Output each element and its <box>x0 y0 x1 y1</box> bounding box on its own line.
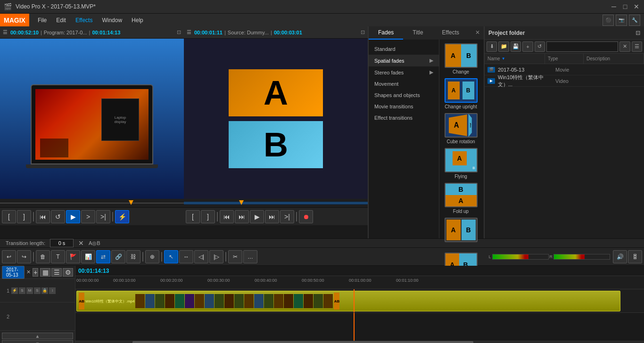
track-options-btn[interactable]: ☰ <box>51 268 62 277</box>
marker-btn[interactable]: 🚩 <box>66 250 80 263</box>
left-out-point-btn[interactable]: ] <box>17 210 31 223</box>
scroll-up-btn[interactable]: ▲ <box>2 333 73 339</box>
proj-item-1[interactable]: ▶ Win10特性（繁体中文）... Video <box>485 75 644 87</box>
proj-save-btn[interactable]: 💾 <box>511 41 521 52</box>
redo-btn[interactable]: ↪ <box>17 250 31 263</box>
more-tools-btn[interactable]: … <box>243 250 257 263</box>
left-next-frame-btn[interactable]: > <box>81 210 95 223</box>
text-btn[interactable]: T <box>51 250 65 263</box>
track-1-lightning[interactable]: ⚡ <box>11 287 18 294</box>
project-panel-expand[interactable]: ⊡ <box>636 30 640 36</box>
settings-btn[interactable]: ⚙ <box>63 268 73 277</box>
track-1-solo[interactable]: S <box>34 287 41 294</box>
sidebar-item-standard[interactable]: Standard <box>369 43 439 55</box>
time-ruler[interactable]: 00:00:00:00 00:00:10:00 00:00:20:00 00:0… <box>75 276 644 289</box>
effect-cube-rotation[interactable]: A B Cube rotation <box>443 113 479 144</box>
sidebar-item-stereo-fades[interactable]: Stereo fades ▶ <box>369 66 439 78</box>
right-next-marker-btn[interactable]: ⏭ <box>265 210 279 223</box>
track-1-lock[interactable]: 🔒 <box>41 287 48 294</box>
proj-col-type[interactable]: Type <box>545 54 584 64</box>
left-menu-icon[interactable]: ☰ <box>3 29 8 35</box>
right-timeline-bar[interactable] <box>184 199 368 207</box>
trim-btn[interactable]: ⇄ <box>96 250 110 263</box>
left-goto-start-btn[interactable]: ⏮ <box>36 210 50 223</box>
minimize-button[interactable]: ─ <box>610 3 618 10</box>
menu-effects[interactable]: Effects <box>71 15 97 25</box>
left-play-btn[interactable]: ▶ <box>66 210 80 223</box>
unlink-btn[interactable]: ⛓ <box>126 250 140 263</box>
proj-folder-btn[interactable]: 📁 <box>498 41 509 52</box>
track-1-mute[interactable]: M <box>26 287 33 294</box>
insert-btn[interactable]: ⊕ <box>145 250 159 263</box>
tab-fades[interactable]: Fades <box>369 26 403 40</box>
menu-edit[interactable]: Edit <box>51 15 71 25</box>
select-btn[interactable]: ↖ <box>164 250 178 263</box>
right-goto-start-btn[interactable]: ⏮ <box>220 210 234 223</box>
timeline-project-tab[interactable]: 2017-05-13 <box>2 266 25 279</box>
left-record-btn[interactable]: ⚡ <box>115 210 129 223</box>
effect-change-upright[interactable]: A B Change upright <box>443 78 479 109</box>
volume-btn[interactable]: 🔊 <box>613 250 627 263</box>
right-menu-icon[interactable]: ☰ <box>187 29 191 35</box>
settings-icon[interactable]: 🔧 <box>629 15 640 26</box>
delete-btn[interactable]: 🗑 <box>36 250 50 263</box>
undo-btn[interactable]: ↩ <box>2 250 16 263</box>
project-search-input[interactable] <box>546 41 618 52</box>
effects-close-icon[interactable]: ✕ <box>471 26 484 40</box>
proj-import-btn[interactable]: ⬇ <box>487 41 497 52</box>
trim-left-btn[interactable]: ◁| <box>194 250 208 263</box>
maximize-button[interactable]: □ <box>621 3 629 10</box>
track-1-scroll[interactable]: ↕ <box>49 287 56 294</box>
scrollbar-thumb[interactable] <box>132 341 474 343</box>
effect-fold-up[interactable]: B A Fold up <box>443 183 479 214</box>
menu-file[interactable]: File <box>33 15 51 25</box>
right-expand-icon[interactable]: ⊡ <box>361 29 365 35</box>
view-options-btn[interactable]: ▦ <box>40 268 50 277</box>
right-play-btn[interactable]: ▶ <box>250 210 264 223</box>
left-goto-end-btn[interactable]: >| <box>96 210 110 223</box>
split-btn[interactable]: ✂ <box>228 250 242 263</box>
transition-clear-btn[interactable]: ✕ <box>78 239 84 247</box>
proj-list-view-btn[interactable]: ☰ <box>632 41 642 52</box>
move-obj-btn[interactable]: ↔ <box>179 250 193 263</box>
left-timeline-bar[interactable] <box>0 199 184 207</box>
audio-settings-btn[interactable]: 🎛 <box>628 250 642 263</box>
proj-add-btn[interactable]: + <box>522 41 533 52</box>
proj-col-desc[interactable]: Description <box>584 54 644 64</box>
sidebar-item-shapes[interactable]: Shapes and objects <box>369 90 439 101</box>
close-project-tab[interactable]: ✕ <box>26 269 31 275</box>
tab-effects[interactable]: Effects <box>433 26 469 40</box>
sidebar-item-effect-trans[interactable]: Effect transitions <box>369 112 439 123</box>
effect-flying[interactable]: A B Flying <box>443 148 479 179</box>
timeline-scrollbar[interactable] <box>75 341 644 343</box>
left-expand-icon[interactable]: ⊡ <box>177 29 181 35</box>
sidebar-item-movie[interactable]: Movie transitions <box>369 101 439 112</box>
right-in-point-btn[interactable]: [ <box>186 210 200 223</box>
right-goto-end-btn[interactable]: >| <box>280 210 294 223</box>
stem-btn[interactable]: 📊 <box>81 250 95 263</box>
video-clip[interactable]: AB Win10特性（繁体中文）.mp4 <box>76 291 620 311</box>
proj-refresh-btn[interactable]: ↺ <box>535 41 545 52</box>
sidebar-item-movement[interactable]: Movement <box>369 78 439 90</box>
effect-change[interactable]: A B Change <box>443 43 479 74</box>
webcam-icon[interactable]: 📷 <box>616 15 627 26</box>
trim-right-btn[interactable]: |▷ <box>209 250 223 263</box>
proj-col-name[interactable]: Name ▼ <box>485 54 545 64</box>
left-in-point-btn[interactable]: [ <box>2 210 16 223</box>
right-record-btn[interactable]: ⏺ <box>299 210 313 223</box>
scroll-down-btn[interactable]: ▼ <box>2 340 73 343</box>
menu-window[interactable]: Window <box>97 15 127 25</box>
track-1-s[interactable]: S <box>19 287 25 294</box>
menu-help[interactable]: Help <box>127 15 148 25</box>
close-button[interactable]: ✕ <box>633 3 640 10</box>
right-out-point-btn[interactable]: ] <box>201 210 215 223</box>
proj-search-clear-btn[interactable]: ✕ <box>619 41 630 52</box>
sidebar-item-spatial-fades[interactable]: Spatial fades ▶ <box>369 55 439 66</box>
tab-title[interactable]: Title <box>403 26 432 40</box>
link-btn[interactable]: 🔗 <box>111 250 125 263</box>
right-prev-marker-btn[interactable]: ⏭ <box>235 210 249 223</box>
playhead[interactable] <box>354 289 355 312</box>
add-track-btn[interactable]: + <box>33 268 38 277</box>
record-icon[interactable]: ⚫ <box>603 15 614 26</box>
left-rewind-btn[interactable]: ↺ <box>51 210 65 223</box>
